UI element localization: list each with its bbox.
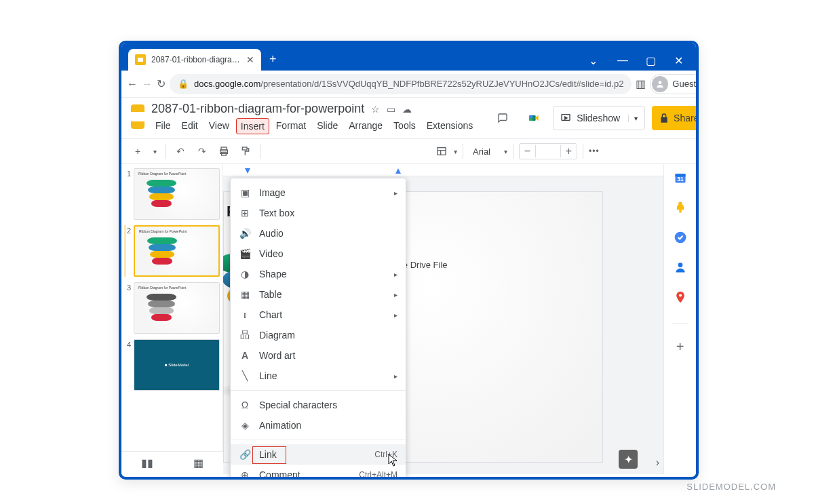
new-slide-button[interactable]: + (128, 142, 147, 161)
document-title[interactable]: 2087-01-ribbon-diagram-for-powerpoint (151, 102, 364, 116)
insert-menu: ▣Image▸ ⊞Text box 🔊Audio 🎬Video ◑Shape▸ … (230, 178, 406, 480)
ruler-marker-right[interactable] (395, 168, 401, 174)
menu-item-shape[interactable]: ◑Shape▸ (231, 264, 406, 284)
ruler-marker-left[interactable] (245, 168, 250, 174)
menu-arrange[interactable]: Arrange (345, 118, 387, 134)
slideshow-button[interactable]: Slideshow ▾ (553, 106, 645, 130)
svg-point-17 (678, 263, 682, 267)
profile-label: Guest (672, 79, 696, 89)
layout-button[interactable] (432, 142, 451, 161)
menu-item-video[interactable]: 🎬Video (231, 244, 406, 264)
thumb-2[interactable]: 2 Ribbon Diagram for PowerPoint (124, 225, 220, 277)
svg-point-0 (659, 81, 662, 84)
undo-button[interactable]: ↶ (171, 142, 190, 161)
side-panel-toggle-icon[interactable]: › (656, 457, 659, 469)
address-field[interactable]: 🔒 docs.google.com /presentation/d/1SsVVQ… (170, 74, 632, 94)
meet-button[interactable] (522, 106, 546, 130)
tab-title: 2087-01-ribbon-diagram-for-po (151, 55, 242, 64)
thumbs-footer: ▮▮ ▦ (121, 451, 223, 474)
thumb-3[interactable]: 3 Ribbon Diagram for PowerPoint (124, 282, 220, 334)
filmstrip-view-icon[interactable]: ▮▮ (141, 457, 153, 469)
menu-item-comment[interactable]: ⊕CommentCtrl+Alt+M (231, 465, 406, 480)
avatar-icon (652, 76, 668, 92)
slide-thumbnails: 1 Ribbon Diagram for PowerPoint 2 Ribbon… (121, 164, 223, 474)
browser-window: 2087-01-ribbon-diagram-for-po ✕ + ⌄ — ▢ … (119, 41, 699, 480)
menu-slide[interactable]: Slide (313, 118, 342, 134)
window-chevron-icon[interactable]: ⌄ (589, 54, 598, 64)
star-icon[interactable]: ☆ (371, 104, 380, 115)
window-minimize-icon[interactable]: — (617, 54, 627, 64)
url-bar: ← → ↻ 🔒 docs.google.com /presentation/d/… (121, 71, 696, 98)
nav-back-button[interactable]: ← (127, 75, 138, 94)
addons-icon[interactable]: + (674, 340, 687, 353)
menu-item-diagram[interactable]: 品Diagram (231, 325, 406, 345)
url-path: /presentation/d/1SsVVQdUqqYB_NDFPfbBRE72… (260, 79, 623, 89)
menu-insert[interactable]: Insert (236, 118, 269, 134)
docs-header: 2087-01-ribbon-diagram-for-powerpoint ☆ … (121, 98, 696, 134)
nav-forward-button[interactable]: → (142, 75, 153, 94)
svg-rect-9 (438, 148, 446, 155)
menu-item-line[interactable]: ╲Line▸ (231, 366, 406, 386)
svg-text:31: 31 (677, 176, 684, 182)
title-area: 2087-01-ribbon-diagram-for-powerpoint ☆ … (151, 102, 477, 134)
menu-file[interactable]: File (151, 118, 175, 134)
lock-icon: 🔒 (178, 79, 189, 89)
menu-item-audio[interactable]: 🔊Audio (231, 223, 406, 244)
new-tab-button[interactable]: + (269, 52, 277, 66)
toolbar-more[interactable]: ••• (589, 147, 600, 156)
redo-button[interactable]: ↷ (193, 142, 212, 161)
browser-tab[interactable]: 2087-01-ribbon-diagram-for-po ✕ (128, 49, 261, 71)
profile-chip[interactable]: Guest (650, 74, 699, 94)
menu-extensions[interactable]: Extensions (423, 118, 477, 134)
move-icon[interactable]: ▭ (387, 104, 395, 115)
extensions-icon[interactable]: ▥ (636, 76, 646, 92)
menu-edit[interactable]: Edit (178, 118, 202, 134)
calendar-icon[interactable]: 31 (674, 171, 687, 185)
print-button[interactable] (214, 142, 233, 161)
thumb-1[interactable]: 1 Ribbon Diagram for PowerPoint (124, 168, 220, 220)
window-maximize-icon[interactable]: ▢ (646, 54, 655, 64)
nav-reload-button[interactable]: ↻ (157, 75, 166, 94)
slides-logo-icon[interactable] (131, 104, 144, 129)
menu-item-image[interactable]: ▣Image▸ (231, 182, 406, 203)
comment-history-button[interactable] (490, 106, 515, 130)
grid-view-icon[interactable]: ▦ (193, 457, 204, 469)
menu-item-textbox[interactable]: ⊞Text box (231, 203, 406, 223)
menu-item-table[interactable]: ▦Table▸ (231, 284, 406, 305)
menu-format[interactable]: Format (272, 118, 310, 134)
menu-item-wordart[interactable]: AWord art (231, 345, 406, 366)
maps-icon[interactable] (674, 290, 687, 304)
explore-button[interactable]: ✦ (619, 450, 638, 469)
menu-item-link[interactable]: 🔗LinkCtrl+K (231, 444, 406, 465)
font-size-decrease[interactable]: − (520, 145, 536, 157)
tab-close-icon[interactable]: ✕ (246, 54, 254, 65)
share-button[interactable]: Share (652, 106, 699, 130)
thumb-4[interactable]: 4 ■ SlideModel (124, 339, 220, 391)
share-label: Share (674, 113, 699, 123)
window-close-icon[interactable]: ✕ (674, 54, 684, 64)
menu-item-chart[interactable]: ⫾Chart▸ (231, 305, 406, 325)
menu-bar: File Edit View Insert Format Slide Arran… (151, 118, 477, 134)
font-size-stepper[interactable]: − + (519, 143, 577, 159)
right-sidebar: 31 + (663, 164, 696, 474)
slideshow-dropdown-icon[interactable]: ▾ (628, 115, 638, 122)
keep-icon[interactable] (674, 201, 687, 214)
watermark: SLIDEMODEL.COM (686, 482, 776, 492)
menu-tools[interactable]: Tools (389, 118, 420, 134)
contacts-icon[interactable] (674, 260, 687, 274)
tasks-icon[interactable] (674, 231, 687, 244)
menu-view[interactable]: View (205, 118, 233, 134)
menu-item-animation[interactable]: ◈Animation (231, 415, 406, 435)
new-slide-dropdown[interactable]: ▾ (150, 142, 159, 161)
cloud-saved-icon[interactable]: ☁ (402, 104, 412, 115)
paint-format-button[interactable] (236, 142, 255, 161)
svg-rect-15 (679, 210, 681, 212)
slideshow-label: Slideshow (577, 113, 620, 123)
toolbar: + ▾ ↶ ↷ ▾ Arial ▾ − + ••• (121, 138, 696, 164)
header-actions: Slideshow ▾ Share ^ (490, 106, 699, 130)
svg-point-18 (678, 294, 681, 296)
svg-rect-3 (530, 118, 533, 121)
font-selector[interactable]: Arial (469, 147, 501, 157)
font-size-increase[interactable]: + (560, 145, 577, 157)
menu-item-special-chars[interactable]: ΩSpecial characters (231, 395, 406, 415)
